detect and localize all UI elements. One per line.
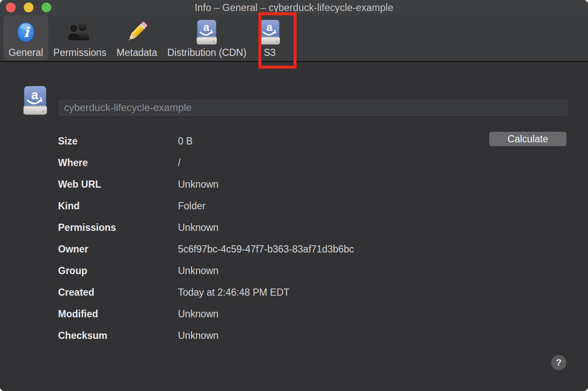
info-row-created: Created Today at 2:46:48 PM EDT <box>58 282 482 303</box>
row-label: Where <box>58 157 178 169</box>
tab-label: Metadata <box>116 48 157 58</box>
amazon-drive-icon <box>257 17 283 47</box>
general-panel: Calculate Size 0 B Where / Web URL Unkno… <box>0 63 588 391</box>
row-label: Checksum <box>58 330 178 341</box>
row-value: Unknown <box>178 265 219 277</box>
info-rows: Size 0 B Where / Web URL Unknown Kind Fo… <box>58 130 482 347</box>
row-label: Web URL <box>58 179 178 190</box>
row-value: Unknown <box>178 308 219 320</box>
tab-label: Distribution (CDN) <box>167 48 247 58</box>
info-row-kind: Kind Folder <box>58 195 482 217</box>
pencil-icon <box>124 17 150 47</box>
info-icon: i <box>16 17 36 47</box>
close-button[interactable] <box>6 3 16 12</box>
minimize-button[interactable] <box>24 3 33 12</box>
filename-field[interactable] <box>59 100 568 115</box>
row-value: 0 B <box>178 136 193 147</box>
info-row-where: Where / <box>58 152 482 174</box>
tab-label: S3 <box>264 48 276 58</box>
amazon-drive-icon <box>20 86 50 117</box>
titlebar: Info – General – cyberduck-lifecycle-exa… <box>0 0 588 15</box>
row-label: Size <box>58 136 178 147</box>
people-icon <box>67 17 93 47</box>
info-row-permissions: Permissions Unknown <box>58 217 482 238</box>
tab-s3[interactable]: S3 <box>252 15 288 60</box>
tab-label: Permissions <box>53 48 106 58</box>
info-row-owner: Owner 5c6f97bc-4c59-47f7-b363-83af71d3b6… <box>58 238 482 260</box>
zoom-button[interactable] <box>42 3 51 12</box>
tab-general[interactable]: i General <box>3 15 48 60</box>
amazon-drive-icon <box>194 17 220 47</box>
info-row-size: Size 0 B <box>58 130 482 152</box>
row-value: Unknown <box>178 222 219 233</box>
row-label: Created <box>58 287 178 298</box>
tab-label: General <box>8 48 43 58</box>
row-label: Kind <box>58 200 178 212</box>
row-value: Unknown <box>178 330 219 341</box>
toolbar: i General Permissions <box>0 15 588 62</box>
help-button[interactable]: ? <box>551 355 566 370</box>
tab-metadata[interactable]: Metadata <box>111 15 162 60</box>
info-row-checksum: Checksum Unknown <box>58 325 482 347</box>
tab-permissions[interactable]: Permissions <box>48 15 111 60</box>
window-title: Info – General – cyberduck-lifecycle-exa… <box>194 2 393 14</box>
row-label: Modified <box>58 308 178 320</box>
row-value: Unknown <box>178 179 219 190</box>
row-label: Owner <box>58 244 178 255</box>
row-value: / <box>178 157 180 169</box>
row-value: 5c6f97bc-4c59-47f7-b363-83af71d3b6bc <box>178 244 354 255</box>
info-row-modified: Modified Unknown <box>58 303 482 325</box>
tab-distribution-cdn[interactable]: Distribution (CDN) <box>162 15 252 60</box>
row-value: Today at 2:46:48 PM EDT <box>178 287 289 298</box>
info-window: Info – General – cyberduck-lifecycle-exa… <box>0 0 588 391</box>
row-label: Permissions <box>58 222 178 233</box>
info-row-web-url: Web URL Unknown <box>58 174 482 195</box>
row-label: Group <box>58 265 178 277</box>
info-row-group: Group Unknown <box>58 260 482 282</box>
calculate-button[interactable]: Calculate <box>489 132 566 146</box>
row-value: Folder <box>178 200 205 212</box>
traffic-lights <box>6 3 51 12</box>
